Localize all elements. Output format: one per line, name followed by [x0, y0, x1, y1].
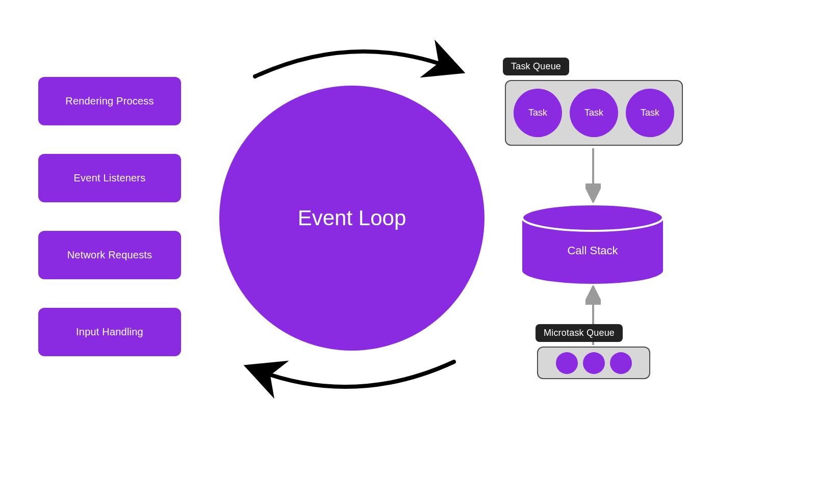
- microtask-item: [556, 352, 578, 374]
- card-label: Rendering Process: [65, 95, 154, 107]
- microtask-queue-box: [537, 347, 650, 379]
- queue-label-text: Microtask Queue: [544, 328, 615, 338]
- card-label: Event Listeners: [74, 172, 146, 184]
- card-rendering-process: Rendering Process: [38, 77, 181, 125]
- event-loop-circle: Event Loop: [219, 86, 484, 351]
- diagram-stage: Rendering Process Event Listeners Networ…: [0, 0, 816, 504]
- microtask-queue-label: Microtask Queue: [536, 324, 623, 342]
- microtask-item: [583, 352, 605, 374]
- call-stack-label: Call Stack: [567, 244, 618, 257]
- queue-label-text: Task Queue: [511, 61, 561, 71]
- event-loop-title: Event Loop: [298, 206, 406, 230]
- arrow-taskqueue-to-callstack-icon: [585, 147, 601, 203]
- card-event-listeners: Event Listeners: [38, 154, 181, 202]
- card-label: Network Requests: [67, 249, 152, 261]
- microtask-item: [610, 352, 632, 374]
- task-item: Task: [514, 89, 562, 137]
- card-input-handling: Input Handling: [38, 308, 181, 356]
- loop-arrow-top-icon: [235, 38, 474, 87]
- task-queue-label: Task Queue: [503, 58, 569, 75]
- task-label: Task: [641, 108, 659, 118]
- loop-arrow-bottom-icon: [235, 352, 474, 400]
- card-network-requests: Network Requests: [38, 231, 181, 279]
- task-item: Task: [570, 89, 618, 137]
- task-label: Task: [584, 108, 603, 118]
- task-item: Task: [626, 89, 674, 137]
- task-queue-box: Task Task Task: [505, 80, 683, 146]
- svg-point-1: [522, 204, 663, 231]
- call-stack-cylinder: Call Stack: [521, 203, 664, 285]
- card-label: Input Handling: [76, 326, 143, 338]
- task-label: Task: [528, 108, 547, 118]
